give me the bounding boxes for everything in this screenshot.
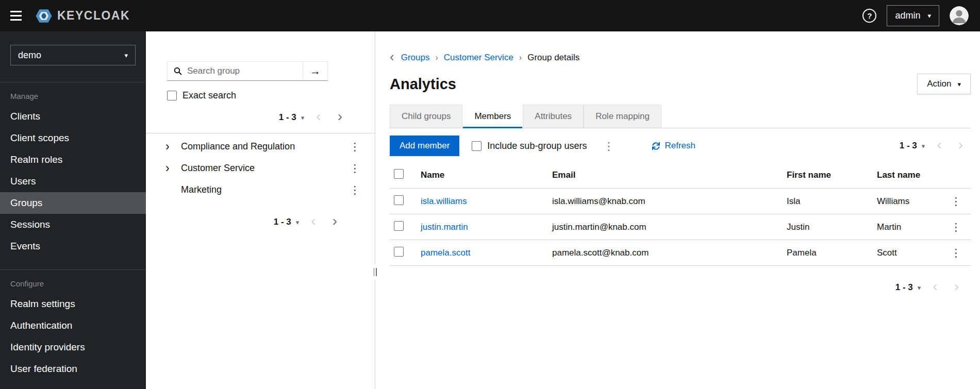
action-dropdown-button[interactable]: Action ▾ — [917, 74, 971, 94]
member-name-link[interactable]: pamela.scott — [421, 248, 470, 258]
sidebar-item-sessions[interactable]: Sessions — [0, 214, 146, 235]
topbar-right: ? admin ▾ — [862, 5, 969, 26]
row-kebab-button[interactable]: ⋮ — [946, 246, 966, 259]
help-icon[interactable]: ? — [862, 9, 876, 23]
pagination-prev-button[interactable]: ‹ — [308, 109, 328, 126]
pagination-range-toggle[interactable]: 1 - 3 ▾ — [896, 139, 928, 153]
table-header-row: Name Email First name Last name — [390, 162, 971, 189]
select-all-checkbox[interactable] — [394, 169, 404, 179]
nav-section-configure-title: Configure — [0, 270, 146, 293]
include-subgroups-label[interactable]: Include sub-group users — [472, 141, 587, 151]
pagination-prev-button[interactable]: ‹ — [925, 279, 945, 296]
row-kebab-button[interactable]: ⋮ — [946, 195, 966, 208]
include-subgroups-text: Include sub-group users — [487, 141, 587, 151]
configure-nav-list: Realm settings Authentication Identity p… — [0, 293, 146, 380]
breadcrumb-separator-icon: › — [435, 53, 438, 62]
row-kebab-button[interactable]: ⋮ — [946, 221, 966, 233]
pagination-range: 1 - 3 — [274, 217, 291, 227]
member-last-name: Martin — [872, 214, 941, 240]
group-name[interactable]: Marketing — [181, 184, 345, 195]
hamburger-menu-button[interactable] — [0, 0, 32, 31]
pagination-next-button[interactable]: › — [330, 109, 350, 126]
member-name-link[interactable]: justin.martin — [421, 222, 468, 232]
group-tree-item-customer-service[interactable]: › Customer Service ⋮ — [146, 157, 375, 179]
kebab-menu-button[interactable]: ⋮ — [345, 140, 364, 153]
kebab-menu-button[interactable]: ⋮ — [345, 183, 364, 196]
group-name[interactable]: Compliance and Regulation — [181, 141, 345, 152]
top-bar: KEYCLOAK ? admin ▾ — [0, 0, 980, 31]
add-member-button[interactable]: Add member — [390, 136, 459, 156]
group-tree-item-marketing[interactable]: Marketing ⋮ — [146, 179, 375, 200]
caret-down-icon: ▾ — [957, 81, 961, 88]
include-subgroups-checkbox[interactable] — [472, 141, 481, 151]
tab-role-mapping[interactable]: Role mapping — [584, 105, 661, 128]
avatar[interactable] — [950, 6, 969, 25]
column-header-last-name: Last name — [872, 162, 941, 189]
pagination-range-toggle[interactable]: 1 - 3 ▾ — [271, 215, 303, 229]
keycloak-logo-icon — [35, 7, 53, 25]
tab-members[interactable]: Members — [462, 105, 523, 128]
tab-attributes[interactable]: Attributes — [523, 105, 584, 128]
toolbar-kebab-button[interactable]: ⋮ — [599, 140, 618, 153]
tab-child-groups[interactable]: Child groups — [390, 105, 462, 128]
column-header-first-name: First name — [782, 162, 872, 189]
exact-search-label[interactable]: Exact search — [167, 90, 375, 101]
search-submit-button[interactable]: → — [303, 62, 327, 80]
search-group-input[interactable] — [184, 62, 303, 80]
breadcrumb-customer-service-link[interactable]: Customer Service — [444, 53, 513, 63]
row-checkbox[interactable] — [394, 247, 404, 257]
pagination-next-button[interactable]: › — [951, 138, 971, 154]
title-row: Analytics Action ▾ — [390, 74, 971, 94]
pagination-next-button[interactable]: › — [946, 279, 967, 296]
sidebar-item-clients[interactable]: Clients — [0, 106, 146, 127]
panel-resize-handle[interactable] — [372, 264, 378, 280]
members-table: Name Email First name Last name isla.wil… — [390, 162, 971, 266]
member-first-name: Pamela — [782, 240, 872, 266]
collapse-panel-icon[interactable]: ‹ — [390, 50, 394, 65]
caret-down-icon: ▾ — [918, 284, 921, 291]
breadcrumb: Groups › Customer Service › Group detail… — [401, 53, 580, 63]
pagination-prev-button[interactable]: ‹ — [929, 138, 949, 154]
exact-search-checkbox[interactable] — [167, 91, 177, 100]
user-menu-dropdown[interactable]: admin ▾ — [887, 5, 939, 26]
sidebar-item-identity-providers[interactable]: Identity providers — [0, 336, 146, 358]
sidebar-item-realm-settings[interactable]: Realm settings — [0, 293, 146, 315]
kebab-menu-button[interactable]: ⋮ — [345, 162, 364, 175]
sidebar-item-client-scopes[interactable]: Client scopes — [0, 127, 146, 149]
breadcrumb-groups-link[interactable]: Groups — [401, 53, 430, 63]
pagination-next-button[interactable]: › — [325, 214, 345, 230]
sidebar-item-users[interactable]: Users — [0, 171, 146, 192]
member-name-link[interactable]: isla.williams — [421, 196, 467, 206]
row-checkbox[interactable] — [394, 221, 404, 231]
row-checkbox[interactable] — [394, 195, 404, 205]
realm-selector[interactable]: demo ▾ — [10, 45, 136, 65]
pagination-range-toggle[interactable]: 1 - 3 ▾ — [892, 280, 924, 295]
group-name[interactable]: Customer Service — [181, 163, 345, 174]
nav-section-manage-title: Manage — [0, 82, 146, 106]
help-glyph: ? — [867, 11, 872, 20]
tabs: Child groups Members Attributes Role map… — [390, 105, 971, 128]
chevron-right-icon[interactable]: › — [165, 141, 179, 153]
refresh-icon — [652, 142, 660, 150]
pagination-prev-button[interactable]: ‹ — [303, 214, 323, 230]
user-menu-label: admin — [895, 10, 920, 21]
refresh-button[interactable]: Refresh — [652, 141, 695, 151]
pagination-range-toggle[interactable]: 1 - 3 ▾ — [276, 110, 308, 125]
realm-selector-value: demo — [18, 50, 41, 61]
sidebar-item-realm-roles[interactable]: Realm roles — [0, 149, 146, 171]
sidebar-item-events[interactable]: Events — [0, 235, 146, 257]
keycloak-logo[interactable]: KEYCLOAK — [35, 7, 130, 25]
column-header-email: Email — [547, 162, 782, 189]
member-email: pamela.scott@knab.com — [547, 240, 782, 266]
sidebar-item-user-federation[interactable]: User federation — [0, 358, 146, 380]
breadcrumb-row: ‹ Groups › Customer Service › Group deta… — [390, 50, 971, 65]
user-avatar-icon — [950, 6, 969, 25]
group-tree-item-compliance[interactable]: › Compliance and Regulation ⋮ — [146, 136, 375, 157]
sidebar-item-authentication[interactable]: Authentication — [0, 315, 146, 336]
chevron-right-icon[interactable]: › — [165, 162, 179, 174]
groups-tree-panel: → Exact search 1 - 3 ▾ ‹ › › Compliance … — [146, 31, 375, 389]
pagination-range: 1 - 3 — [900, 141, 917, 151]
action-dropdown-label: Action — [927, 79, 951, 89]
member-last-name: Williams — [872, 189, 941, 214]
sidebar-item-groups[interactable]: Groups — [0, 192, 146, 214]
